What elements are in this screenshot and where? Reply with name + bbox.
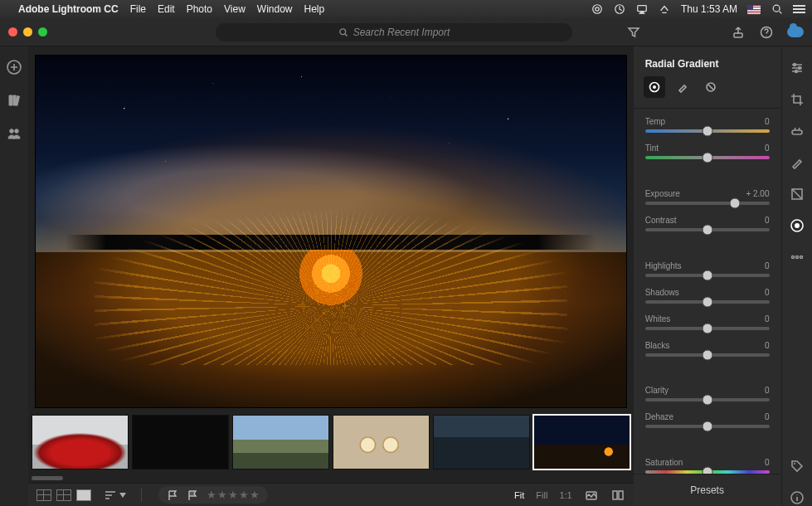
slider-contrast[interactable]: Contrast0 — [645, 216, 770, 231]
slider-label: Tint — [645, 144, 659, 153]
menu-view[interactable]: View — [224, 3, 246, 15]
slider-whites[interactable]: Whites0 — [645, 314, 770, 330]
slider-knob[interactable] — [702, 349, 712, 360]
grid-view-button[interactable] — [36, 489, 51, 501]
cc-status-icon[interactable] — [591, 3, 604, 16]
zoom-fill-button[interactable]: Fill — [536, 490, 547, 500]
slider-exposure[interactable]: Exposure+ 2.00 — [645, 189, 770, 205]
svg-point-15 — [653, 85, 656, 89]
slider-label: Highlights — [645, 261, 682, 270]
menu-window[interactable]: Window — [257, 3, 293, 15]
spotlight-icon[interactable] — [771, 3, 783, 16]
show-original-button[interactable] — [584, 488, 599, 503]
slider-tint[interactable]: Tint0 — [645, 144, 770, 159]
svg-point-5 — [340, 28, 346, 34]
input-source-flag-icon[interactable] — [747, 5, 761, 14]
tray-arrow-icon[interactable] — [659, 3, 671, 16]
radial-gradient-icon[interactable] — [789, 217, 805, 234]
svg-point-25 — [795, 256, 798, 259]
photo-viewport[interactable] — [28, 46, 634, 411]
linear-gradient-icon[interactable] — [789, 186, 805, 202]
svg-rect-13 — [619, 491, 623, 499]
slider-highlights[interactable]: Highlights0 — [645, 261, 770, 277]
square-grid-button[interactable] — [56, 489, 71, 501]
add-photos-button[interactable] — [7, 60, 22, 75]
brush-mask-tool-button[interactable] — [672, 76, 693, 98]
help-button[interactable] — [759, 25, 774, 40]
brush-tool-icon[interactable] — [789, 154, 805, 171]
reject-flag-button[interactable] — [187, 489, 198, 501]
zoom-1to1-button[interactable]: 1:1 — [559, 490, 571, 500]
cloud-sync-icon[interactable] — [787, 27, 804, 37]
sort-button[interactable] — [105, 491, 129, 499]
sync-status-icon[interactable] — [614, 3, 626, 16]
more-tools-icon[interactable] — [789, 249, 805, 265]
slider-knob[interactable] — [702, 395, 712, 406]
slider-knob[interactable] — [702, 153, 712, 163]
mac-menubar: Adobe Lightroom CC File Edit Photo View … — [0, 0, 812, 18]
my-photos-button[interactable] — [7, 93, 22, 108]
slider-value: 0 — [765, 412, 770, 421]
filmstrip-thumb[interactable] — [232, 415, 329, 470]
left-rail — [0, 46, 28, 506]
slider-knob[interactable] — [702, 421, 712, 432]
menu-edit[interactable]: Edit — [158, 3, 175, 15]
svg-point-0 — [593, 5, 602, 14]
slider-knob[interactable] — [702, 467, 712, 474]
filmstrip-thumb[interactable] — [533, 415, 630, 470]
gradient-mask-tool-button[interactable] — [700, 76, 722, 98]
filmstrip-scrollbar[interactable] — [28, 476, 634, 483]
edit-sliders-icon[interactable] — [789, 60, 805, 76]
slider-knob[interactable] — [729, 197, 740, 208]
slider-temp[interactable]: Temp0 — [645, 117, 770, 133]
crop-tool-icon[interactable] — [789, 91, 805, 108]
slider-saturation[interactable]: Saturation0 — [645, 458, 770, 474]
slider-label: Saturation — [645, 458, 683, 467]
window-controls — [0, 27, 47, 36]
slider-label: Whites — [645, 314, 671, 324]
window-minimize-button[interactable] — [23, 27, 32, 36]
slider-value: 0 — [765, 216, 770, 225]
pick-flag-button[interactable] — [167, 489, 178, 501]
zoom-fit-button[interactable]: Fit — [514, 490, 524, 500]
svg-point-4 — [773, 5, 780, 12]
filmstrip-thumb[interactable] — [333, 415, 430, 470]
slider-knob[interactable] — [702, 270, 712, 280]
slider-shadows[interactable]: Shadows0 — [645, 288, 770, 304]
menu-photo[interactable]: Photo — [187, 3, 212, 15]
window-zoom-button[interactable] — [38, 27, 47, 36]
slider-value: 0 — [765, 314, 770, 324]
share-button[interactable] — [731, 25, 746, 40]
slider-dehaze[interactable]: Dehaze0 — [645, 412, 770, 428]
window-close-button[interactable] — [8, 27, 17, 36]
filmstrip-thumb[interactable] — [433, 415, 530, 470]
slider-clarity[interactable]: Clarity0 — [645, 386, 770, 401]
airplay-icon[interactable] — [636, 3, 649, 16]
app-menu[interactable]: Adobe Lightroom CC — [18, 3, 119, 15]
presets-button[interactable]: Presets — [634, 474, 781, 506]
filter-button[interactable] — [624, 23, 644, 41]
star-rating[interactable]: ★★★★★ — [207, 489, 260, 501]
filmstrip-thumb[interactable] — [32, 415, 129, 470]
notification-center-icon[interactable] — [793, 5, 805, 13]
panel-toggle-button[interactable] — [610, 488, 625, 503]
menu-help[interactable]: Help — [304, 3, 325, 15]
current-photo — [35, 55, 627, 408]
info-icon[interactable] — [789, 489, 805, 506]
slider-knob[interactable] — [702, 296, 712, 307]
search-input[interactable]: Search Recent Import — [216, 23, 572, 41]
menubar-clock[interactable]: Thu 1:53 AM — [681, 3, 737, 15]
filmstrip[interactable] — [28, 411, 634, 476]
sharing-button[interactable] — [7, 126, 22, 141]
filmstrip-thumb[interactable] — [132, 415, 229, 470]
slider-knob[interactable] — [702, 224, 712, 235]
slider-knob[interactable] — [702, 323, 712, 333]
radial-mask-tool-button[interactable] — [644, 76, 665, 98]
slider-blacks[interactable]: Blacks0 — [645, 341, 770, 357]
panel-title: Radial Gradient — [634, 46, 781, 76]
menu-file[interactable]: File — [130, 3, 146, 15]
healing-brush-icon[interactable] — [789, 123, 805, 139]
slider-knob[interactable] — [702, 126, 712, 137]
loupe-view-button[interactable] — [76, 489, 91, 501]
keywords-icon[interactable] — [789, 458, 805, 474]
